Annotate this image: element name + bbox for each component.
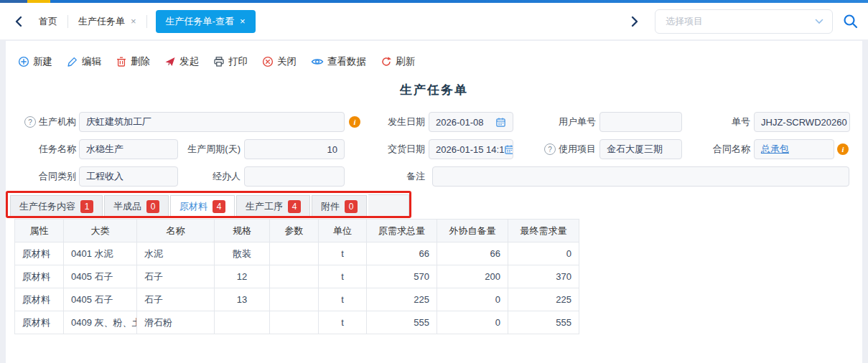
cell: 0: [508, 242, 579, 265]
doc-no-field[interactable]: JHJZ-SCRWD20260: [754, 112, 850, 132]
task-name-field[interactable]: 水稳生产: [79, 139, 178, 159]
cell: t: [319, 311, 367, 334]
header-tab-home[interactable]: 首页: [29, 10, 67, 33]
cell: 555: [367, 311, 437, 334]
close-icon[interactable]: ×: [131, 16, 136, 27]
delivery-date-label: 交货日期: [373, 139, 425, 159]
back-chevron-icon[interactable]: [14, 16, 24, 27]
project-search-input[interactable]: [664, 15, 815, 27]
contract-name-label: 合同名称: [700, 139, 750, 159]
tab-label: 生产工序: [246, 200, 283, 213]
forward-chevron-icon[interactable]: [629, 16, 639, 27]
handler-label: 经办人: [172, 166, 241, 187]
col-header[interactable]: 外协自备量: [437, 220, 508, 242]
project-field[interactable]: 金石大厦三期: [599, 139, 682, 159]
delivery-date-field[interactable]: 2026-01-15 14:1: [429, 139, 513, 159]
plus-circle-icon: [18, 56, 29, 67]
tab-semi-finished[interactable]: 半成品 0: [104, 195, 169, 217]
tab-process[interactable]: 生产工序 4: [236, 195, 310, 217]
delete-button[interactable]: 删除: [116, 55, 150, 68]
cell: 原材料: [15, 288, 64, 311]
col-header[interactable]: 名称: [137, 220, 215, 242]
col-header[interactable]: 参数: [270, 220, 319, 242]
cell: 散装: [215, 242, 270, 265]
button-label: 打印: [228, 55, 248, 68]
cell: 0409 灰、粉、土: [64, 311, 137, 334]
refresh-icon: [381, 56, 392, 67]
tab-label: 生产任务单-查看: [166, 15, 234, 28]
tab-attachments[interactable]: 附件 0: [312, 195, 367, 217]
cycle-label: 生产周期(天): [172, 139, 241, 159]
calendar-icon[interactable]: [504, 144, 513, 155]
project-search-box[interactable]: [655, 9, 833, 34]
cell: 12: [215, 265, 270, 288]
close-button[interactable]: 关闭: [262, 55, 297, 68]
cell: 滑石粉: [137, 311, 215, 334]
printer-icon: [213, 56, 225, 67]
count-badge: 1: [80, 200, 93, 213]
col-header[interactable]: 属性: [15, 220, 64, 242]
window-tab-bar: 首页 生产任务单 × 生产任务单-查看 ×: [0, 3, 868, 39]
action-toolbar: 新建 编辑 删除 发起 打印 关闭 查看数据 刷新: [18, 53, 415, 70]
search-icon[interactable]: [843, 14, 858, 29]
cell: 0405 石子: [64, 265, 137, 288]
table-header-row: 属性 大类 名称 规格 参数 单位 原需求总量 外协自备量 最终需求量: [15, 220, 579, 242]
remark-field[interactable]: [432, 166, 849, 187]
tab-raw-materials[interactable]: 原材料 4: [170, 195, 235, 217]
handler-field[interactable]: [244, 166, 345, 187]
cycle-field[interactable]: 10: [244, 139, 345, 159]
tab-label: 半成品: [113, 200, 141, 213]
col-header[interactable]: 规格: [215, 220, 270, 242]
view-data-button[interactable]: 查看数据: [311, 55, 366, 68]
table-row[interactable]: 原材料 0405 石子 石子 12 t 570 200 370: [15, 265, 579, 288]
cell: t: [319, 242, 367, 265]
close-icon[interactable]: ×: [240, 16, 246, 27]
cell: t: [319, 288, 367, 311]
col-header[interactable]: 原需求总量: [367, 220, 437, 242]
col-header[interactable]: 单位: [319, 220, 367, 242]
calendar-icon[interactable]: [495, 117, 506, 128]
cell: 0405 石子: [64, 288, 137, 311]
header-tab-task-view[interactable]: 生产任务单-查看 ×: [156, 10, 256, 33]
tab-task-content[interactable]: 生产任务内容 1: [10, 195, 103, 217]
user-no-field[interactable]: [599, 112, 682, 132]
cell: 13: [215, 288, 270, 311]
remark-label: 备注: [373, 166, 425, 187]
cell: 0: [437, 288, 508, 311]
count-badge: 0: [345, 200, 358, 213]
contract-name-field[interactable]: 总承包: [754, 139, 834, 159]
refresh-button[interactable]: 刷新: [381, 55, 415, 68]
table-row[interactable]: 原材料 0409 灰、粉、土 滑石粉 t 555 0 555: [15, 311, 579, 334]
button-label: 查看数据: [327, 55, 366, 68]
contract-link[interactable]: 总承包: [761, 143, 789, 156]
count-badge: 4: [213, 200, 225, 213]
header-tab-task-list[interactable]: 生产任务单 ×: [68, 10, 146, 33]
info-icon[interactable]: i: [837, 143, 849, 155]
print-button[interactable]: 打印: [213, 55, 248, 68]
col-header[interactable]: 大类: [64, 220, 137, 242]
cell: 225: [508, 288, 579, 311]
occur-date-label: 发生日期: [373, 112, 425, 132]
table-row[interactable]: 原材料 0401 水泥 水泥 散装 t 66 66 0: [15, 242, 579, 265]
close-circle-icon: [262, 56, 274, 67]
cell: 555: [508, 311, 579, 334]
trash-icon: [116, 56, 127, 67]
org-field[interactable]: 庆虹建筑加工厂: [79, 112, 345, 132]
cell: 水泥: [137, 242, 215, 265]
cell: [215, 311, 270, 334]
edit-button[interactable]: 编辑: [67, 55, 101, 68]
cell: 石子: [137, 288, 215, 311]
col-header[interactable]: 最终需求量: [508, 220, 579, 242]
initiate-button[interactable]: 发起: [164, 55, 199, 68]
info-icon[interactable]: i: [349, 116, 360, 128]
occur-date-field[interactable]: 2026-01-08: [429, 112, 513, 132]
detail-tab-strip: 生产任务内容 1 半成品 0 原材料 4 生产工序 4 附件 0: [10, 195, 409, 217]
contract-type-field[interactable]: 工程收入: [79, 166, 178, 187]
cell: [270, 265, 319, 288]
cell: 原材料: [15, 242, 64, 265]
chevron-down-icon[interactable]: [815, 19, 823, 24]
user-no-label: 用户单号: [544, 112, 596, 132]
new-button[interactable]: 新建: [18, 55, 52, 68]
org-label: ? 生产机构: [4, 112, 76, 132]
table-row[interactable]: 原材料 0405 石子 石子 13 t 225 0 225: [15, 288, 579, 311]
